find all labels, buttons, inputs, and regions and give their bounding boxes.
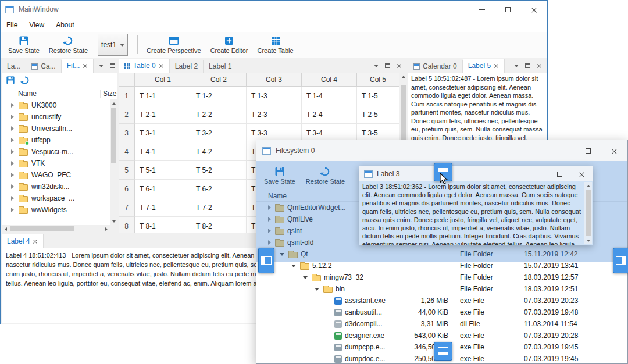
table-cell[interactable]: T 3-2 bbox=[191, 124, 247, 142]
tab-close-icon[interactable] bbox=[33, 239, 38, 244]
table-cell[interactable]: T 2-5 bbox=[357, 105, 399, 124]
detach-group-icon[interactable] bbox=[525, 63, 530, 68]
table-cell[interactable]: T 6-1 bbox=[135, 180, 191, 198]
create-editor-button[interactable]: Create Editor bbox=[206, 34, 252, 55]
tab-la[interactable]: La... bbox=[2, 60, 26, 73]
dock-indicator-left[interactable] bbox=[258, 248, 274, 273]
row-header[interactable]: 2 bbox=[119, 105, 135, 124]
tabs-menu-icon[interactable] bbox=[374, 65, 379, 67]
horizontal-scrollbar[interactable] bbox=[2, 225, 110, 233]
tab-label-1[interactable]: Label 1 bbox=[204, 60, 237, 73]
perspective-combo[interactable]: test1 bbox=[98, 34, 128, 56]
tree-item[interactable]: assistant.exe1,26 MiBexe File07.03.2019 … bbox=[256, 295, 627, 306]
tree-item[interactable]: workspace_... bbox=[2, 192, 110, 204]
expand-arrow-icon[interactable] bbox=[11, 126, 14, 131]
table-cell[interactable]: T 1-5 bbox=[357, 87, 399, 105]
restore-state-button[interactable]: Restore State bbox=[45, 34, 92, 55]
name-column-header[interactable]: Name bbox=[2, 90, 100, 98]
size-column-header[interactable]: Size bbox=[100, 90, 117, 98]
expand-arrow-icon[interactable] bbox=[11, 208, 14, 212]
close-button[interactable] bbox=[521, 1, 547, 18]
table-cell[interactable]: T 2-4 bbox=[302, 105, 357, 124]
expand-arrow-icon[interactable] bbox=[268, 217, 271, 222]
table-cell[interactable]: T 1-4 bbox=[302, 87, 357, 105]
menu-item-view[interactable]: View bbox=[23, 18, 50, 32]
close-button[interactable] bbox=[570, 166, 593, 181]
tab-close-icon[interactable] bbox=[494, 63, 499, 69]
expand-arrow-icon[interactable] bbox=[11, 115, 14, 119]
tabs-menu-icon[interactable] bbox=[514, 65, 519, 67]
tree-item[interactable]: utfcpp bbox=[2, 134, 110, 146]
restore-state-icon[interactable] bbox=[20, 76, 30, 85]
save-state-button[interactable]: Save State bbox=[4, 34, 44, 55]
expand-arrow-icon[interactable] bbox=[11, 196, 14, 201]
expand-arrow-icon[interactable] bbox=[11, 184, 14, 189]
scrollbar-thumb[interactable] bbox=[586, 190, 591, 236]
tree-item[interactable]: d3dcompil...3,31 MiBdll File11.03.2014 1… bbox=[256, 318, 627, 330]
maximize-button[interactable] bbox=[575, 140, 601, 161]
dock-indicator-bottom[interactable] bbox=[434, 342, 452, 361]
save-state-icon[interactable] bbox=[6, 76, 15, 85]
table-cell[interactable]: T 2-3 bbox=[247, 105, 302, 124]
column-header-col-5[interactable]: Col 5 bbox=[357, 73, 399, 87]
table-cell[interactable]: T 6-2 bbox=[191, 180, 247, 198]
label3-titlebar[interactable]: Label 3 bbox=[359, 166, 593, 181]
scroll-up-button[interactable] bbox=[399, 73, 407, 80]
table-cell[interactable]: T 3-1 bbox=[135, 124, 191, 142]
table-cell[interactable]: T 1-3 bbox=[247, 87, 302, 105]
tabs-menu-icon[interactable] bbox=[99, 65, 104, 67]
maximize-button[interactable] bbox=[548, 166, 570, 181]
vertical-scrollbar[interactable] bbox=[584, 182, 592, 244]
tab-label-5[interactable]: Label 5 bbox=[463, 59, 505, 73]
collapse-arrow-icon[interactable] bbox=[315, 288, 319, 291]
expand-arrow-icon[interactable] bbox=[11, 149, 14, 154]
column-header-col-2[interactable]: Col 2 bbox=[191, 73, 247, 87]
detach-group-icon[interactable] bbox=[110, 63, 115, 68]
name-column-header[interactable]: Name bbox=[268, 192, 287, 200]
table-cell[interactable]: T 2-1 bbox=[135, 105, 191, 124]
close-button[interactable] bbox=[601, 140, 627, 161]
table-cell[interactable]: T 1-2 bbox=[191, 87, 247, 105]
scroll-down-button[interactable] bbox=[110, 217, 117, 225]
tree-item[interactable]: WAGO_PFC bbox=[2, 169, 110, 181]
row-header[interactable]: 8 bbox=[119, 217, 135, 233]
expand-arrow-icon[interactable] bbox=[268, 229, 271, 233]
scroll-down-button[interactable] bbox=[584, 237, 592, 244]
row-header[interactable]: 5 bbox=[119, 161, 135, 180]
row-header[interactable]: 1 bbox=[119, 87, 135, 105]
table-cell[interactable]: T 5-2 bbox=[191, 161, 247, 180]
tree-item[interactable]: designer.exe543,00 KiBexe File07.03.2019… bbox=[256, 330, 627, 341]
create-perspective-button[interactable]: Create Perspective bbox=[142, 34, 205, 55]
expand-arrow-icon[interactable] bbox=[11, 138, 14, 142]
main-titlebar[interactable]: MainWindow bbox=[1, 1, 547, 18]
table-cell[interactable]: T 7-2 bbox=[191, 198, 247, 217]
tree-item[interactable]: UK3000 bbox=[2, 99, 110, 111]
tree-item[interactable]: VTK bbox=[2, 158, 110, 169]
tree-item[interactable]: uncrustify bbox=[2, 111, 110, 123]
collapse-arrow-icon[interactable] bbox=[303, 276, 308, 279]
tab-label-2[interactable]: Label 2 bbox=[170, 60, 204, 73]
tab-table-0[interactable]: Table 0 bbox=[119, 59, 170, 73]
tree-item[interactable]: binFile Folder18.03.2019 12:51 bbox=[256, 283, 627, 295]
row-header[interactable]: 6 bbox=[119, 180, 135, 198]
table-cell[interactable]: T 5-1 bbox=[135, 161, 191, 180]
table-cell[interactable]: T 1-1 bbox=[135, 87, 191, 105]
tree-item[interactable]: UniversalIn... bbox=[2, 123, 110, 134]
column-header-col-3[interactable]: Col 3 bbox=[247, 73, 302, 87]
expand-arrow-icon[interactable] bbox=[268, 205, 271, 210]
scrollbar-thumb[interactable] bbox=[111, 108, 116, 163]
scroll-up-button[interactable] bbox=[110, 99, 117, 107]
expand-arrow-icon[interactable] bbox=[268, 240, 271, 245]
table-cell[interactable]: T 2-2 bbox=[191, 105, 247, 124]
tree-item[interactable]: mingw73_32File Folder18.03.2019 12:57 bbox=[256, 272, 627, 283]
column-header-col-4[interactable]: Col 4 bbox=[302, 73, 357, 87]
scroll-up-button[interactable] bbox=[584, 182, 592, 190]
scroll-left-button[interactable] bbox=[2, 225, 9, 233]
scrollbar-thumb[interactable] bbox=[10, 226, 74, 231]
collapse-arrow-icon[interactable] bbox=[291, 265, 296, 267]
tree-item[interactable]: win32diski... bbox=[2, 181, 110, 192]
minimize-button[interactable] bbox=[549, 140, 575, 161]
tree-item[interactable]: 5.12.2File Folder15.07.2019 13:41 bbox=[256, 260, 627, 272]
minimize-button[interactable] bbox=[526, 166, 548, 181]
row-header[interactable]: 7 bbox=[119, 198, 135, 217]
